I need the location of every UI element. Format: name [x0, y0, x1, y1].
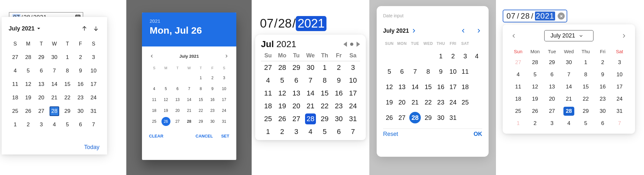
set-button[interactable]: SET — [221, 134, 229, 138]
clear-button[interactable] — [558, 13, 565, 20]
day-cell[interactable]: 20 — [544, 93, 561, 105]
day-cell[interactable]: 18 — [510, 93, 527, 105]
day-cell[interactable]: 18 — [9, 92, 22, 104]
day-cell[interactable]: 3 — [35, 119, 48, 130]
day-cell[interactable]: 1 — [61, 52, 74, 63]
day-cell[interactable]: 4 — [9, 65, 22, 77]
day-cell[interactable]: 7 — [346, 125, 360, 138]
next-month-button[interactable] — [475, 27, 482, 34]
day-cell[interactable]: 2 — [275, 125, 289, 138]
day-cell[interactable]: 29 — [35, 52, 48, 63]
day-cell[interactable]: 1 — [9, 119, 22, 130]
ok-button[interactable]: OK — [474, 131, 482, 138]
prev-month-button[interactable] — [343, 42, 347, 47]
day-cell[interactable]: 8 — [422, 64, 435, 79]
day-cell[interactable]: 2 — [447, 49, 459, 63]
day-cell[interactable]: 30 — [594, 105, 611, 117]
day-cell[interactable]: 25 — [510, 105, 527, 117]
day-cell[interactable]: 31 — [87, 105, 100, 117]
day-cell[interactable]: 22 — [422, 95, 435, 109]
day-cell[interactable]: 3 — [459, 49, 471, 63]
day-cell[interactable]: 4 — [510, 69, 527, 80]
day-cell[interactable]: 2 — [207, 73, 218, 83]
month-year-button[interactable]: July 2021 — [383, 28, 417, 34]
day-cell[interactable]: 5 — [318, 125, 332, 138]
day-cell[interactable]: 25 — [9, 105, 22, 117]
day-cell[interactable]: 7 — [561, 69, 577, 80]
month-year-select[interactable]: July 2021 — [544, 30, 593, 41]
day-cell[interactable]: 13 — [289, 87, 303, 100]
day-cell[interactable]: 18 — [459, 80, 471, 94]
day-cell[interactable]: 4 — [48, 119, 61, 130]
day-cell[interactable]: 14 — [561, 81, 577, 93]
input-day[interactable]: 28 — [521, 12, 530, 21]
day-cell[interactable]: 6 — [74, 119, 87, 130]
day-cell[interactable]: 4 — [261, 74, 275, 87]
day-cell[interactable]: 1 — [510, 118, 527, 129]
day-cell[interactable]: 31 — [346, 113, 360, 125]
day-cell[interactable]: 23 — [207, 105, 218, 116]
day-cell[interactable]: 12 — [383, 80, 396, 94]
day-cell[interactable]: 14 — [408, 80, 422, 94]
day-cell[interactable]: 5 — [275, 74, 289, 87]
day-cell[interactable]: 22 — [61, 92, 74, 104]
day-cell[interactable]: 5 — [61, 119, 74, 130]
day-cell[interactable]: 25 — [459, 95, 471, 109]
day-cell[interactable]: 9 — [74, 65, 87, 77]
day-cell[interactable]: 28 — [48, 105, 61, 117]
prev-month-button[interactable] — [460, 27, 467, 34]
day-cell[interactable]: 6 — [594, 118, 611, 129]
day-cell[interactable]: 7 — [183, 84, 195, 94]
day-cell[interactable]: 11 — [9, 79, 22, 90]
day-cell[interactable]: 27 — [510, 57, 527, 68]
input-day[interactable]: 28 — [278, 16, 292, 31]
day-cell[interactable]: 11 — [148, 95, 160, 105]
day-cell[interactable]: 5 — [22, 65, 35, 77]
day-cell[interactable]: 9 — [332, 74, 346, 87]
day-cell[interactable]: 24 — [447, 95, 459, 109]
day-cell[interactable]: 5 — [527, 69, 544, 80]
day-cell[interactable]: 30 — [48, 52, 61, 63]
input-month[interactable]: 07 — [507, 12, 516, 21]
day-cell[interactable]: 5 — [383, 64, 396, 79]
day-cell[interactable]: 17 — [87, 79, 100, 90]
day-cell[interactable]: 13 — [396, 80, 408, 94]
day-cell[interactable]: 19 — [383, 95, 396, 109]
reset-button[interactable]: Reset — [383, 131, 398, 138]
day-cell[interactable]: 27 — [544, 105, 561, 117]
day-cell[interactable]: 3 — [87, 52, 100, 63]
clear-button[interactable]: CLEAR — [149, 134, 163, 138]
day-cell[interactable]: 7 — [87, 119, 100, 130]
day-cell[interactable]: 22 — [318, 100, 332, 113]
day-cell[interactable]: 13 — [35, 79, 48, 90]
day-cell[interactable]: 16 — [594, 81, 611, 93]
day-cell[interactable]: 7 — [408, 64, 422, 79]
day-cell[interactable]: 16 — [435, 80, 447, 94]
day-cell[interactable]: 9 — [207, 84, 218, 94]
day-cell[interactable]: 8 — [577, 69, 594, 80]
day-cell[interactable]: 18 — [261, 100, 275, 113]
day-cell[interactable]: 15 — [318, 87, 332, 100]
day-cell[interactable]: 13 — [544, 81, 561, 93]
day-cell[interactable]: 25 — [148, 116, 160, 127]
day-cell[interactable]: 24 — [87, 92, 100, 104]
prev-month-button[interactable] — [510, 32, 518, 40]
day-cell[interactable]: 3 — [218, 73, 230, 83]
day-cell[interactable]: 10 — [447, 64, 459, 79]
day-cell[interactable]: 23 — [74, 92, 87, 104]
day-cell[interactable]: 21 — [408, 95, 422, 109]
day-cell[interactable]: 12 — [22, 79, 35, 90]
next-month-button[interactable] — [92, 24, 100, 33]
day-cell[interactable]: 20 — [172, 105, 183, 116]
day-cell[interactable]: 2 — [594, 57, 611, 68]
day-cell[interactable]: 14 — [183, 95, 195, 105]
day-cell[interactable]: 28 — [303, 113, 318, 125]
day-cell[interactable]: 1 — [435, 49, 447, 63]
day-cell[interactable]: 7 — [303, 74, 318, 87]
day-cell[interactable]: 26 — [383, 111, 396, 125]
day-cell[interactable]: 26 — [527, 105, 544, 117]
input-year[interactable]: 2021 — [535, 12, 555, 21]
day-cell[interactable]: 1 — [195, 73, 207, 83]
day-cell[interactable]: 5 — [160, 84, 171, 94]
cancel-button[interactable]: CANCEL — [196, 134, 213, 138]
